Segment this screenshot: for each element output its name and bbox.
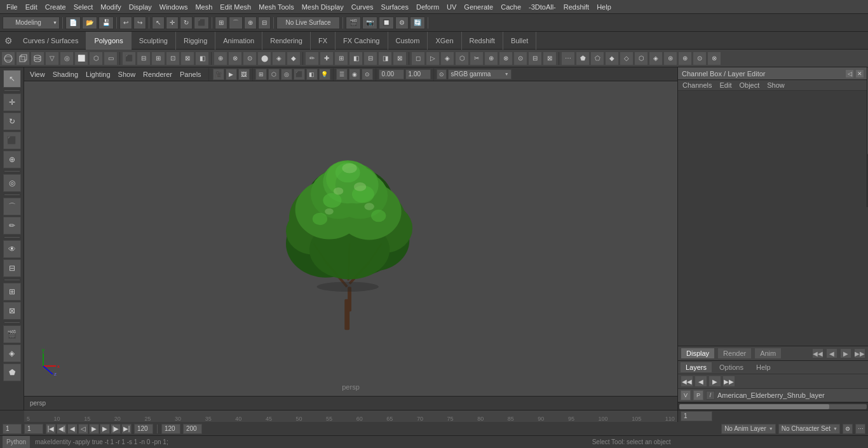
cb-edit-menu[interactable]: Edit [717,81,733,89]
subdivide-btn[interactable]: ⬛ [122,51,136,65]
collapse-btn[interactable]: ◇ [620,51,634,65]
rotate-tool-btn[interactable]: ↻ [180,17,193,29]
panels-menu[interactable]: Panels [177,69,205,79]
retopo-btn[interactable]: ⊙ [693,51,707,65]
undo-btn[interactable]: ↩ [119,17,132,29]
bridge-btn[interactable]: ◈ [272,51,286,65]
tab-curves-surfaces[interactable]: Curves / Surfaces [15,32,86,50]
tab-custom[interactable]: Custom [388,32,428,50]
pb-play-back-btn[interactable]: ◁ [78,424,88,434]
custom-tool-lt[interactable]: ⬟ [3,363,21,381]
bb-settings-btn[interactable]: ⚙ [843,424,853,434]
cone-btn[interactable]: ▽ [45,51,59,65]
move-tool-btn[interactable]: ✛ [166,17,179,29]
tab-rigging[interactable]: Rigging [176,32,215,50]
workspace-dropdown[interactable]: Modeling ▼ [3,17,60,29]
cb-show-menu[interactable]: Show [765,81,787,89]
color-space-dropdown[interactable]: sRGB gamma [448,69,512,79]
merge-btn[interactable]: ⊞ [334,51,348,65]
menu-display[interactable]: Display [125,2,156,12]
new-layer-options-btn[interactable]: ◀ [695,376,707,387]
plane-btn[interactable]: ⬜ [74,51,88,65]
vp-grid-btn[interactable]: ⊞ [255,69,267,80]
lighting-menu[interactable]: Lighting [83,69,114,79]
face-btn[interactable]: ◈ [440,51,454,65]
pb-next-frame-btn[interactable]: ▶ [100,424,110,434]
bb-field-1[interactable]: 1 [3,424,22,434]
show-hide-lt[interactable]: 👁 [3,240,21,258]
boolean-btn[interactable]: ⊙ [243,51,257,65]
bend-btn[interactable]: ⊠ [180,51,194,65]
menu-redshift[interactable]: Redshift [560,2,593,12]
pb-skip-start-btn[interactable]: |◀ [46,424,56,434]
cleanup-btn[interactable]: ⊗ [707,51,721,65]
options-tab[interactable]: Options [714,362,749,372]
menu-uv[interactable]: UV [443,2,460,12]
tab-redshift[interactable]: Redshift [462,32,503,50]
vp-img-plane-btn[interactable]: 🖼 [238,69,250,80]
paint-btn[interactable]: ⬠ [590,51,604,65]
pb-skip-end-btn[interactable]: ▶| [121,424,132,434]
prev-frame-btn[interactable]: ◀ [826,348,837,358]
menu-file[interactable]: File [3,2,22,12]
next-frame-btn[interactable]: ▶ [840,348,851,358]
hypershade-btn[interactable]: 🔲 [379,17,394,29]
tab-fx[interactable]: FX [311,32,336,50]
platonic-btn[interactable]: ⬡ [89,51,103,65]
viewport-canvas[interactable]: persp x y z [24,81,677,396]
menu-curves[interactable]: Curves [348,2,377,12]
scale-tool-btn[interactable]: ⬛ [194,17,209,29]
vp-solid-btn[interactable]: ⬛ [294,69,305,80]
ipr-btn[interactable]: 📷 [362,17,377,29]
vp-isolate-btn[interactable]: ⊙ [362,69,373,80]
menu-create[interactable]: Create [41,2,70,12]
scroll-track[interactable] [679,404,867,409]
menu-edit[interactable]: Edit [22,2,41,12]
redo-btn[interactable]: ↪ [133,17,146,29]
snap-surface-btn[interactable]: ⊟ [258,17,271,29]
vp-texture-btn[interactable]: ◧ [306,69,318,80]
menu-cache[interactable]: Cache [497,2,525,12]
smooth2-btn[interactable]: ⊛ [663,51,677,65]
scroll-thumb[interactable] [679,404,829,409]
no-anim-layer-dropdown[interactable]: No Anim Layer [721,424,776,434]
menu-deform[interactable]: Deform [412,2,443,12]
render-settings-btn[interactable]: ⚙ [395,17,409,29]
bb-field-3[interactable]: 120 [134,424,153,434]
menu-select[interactable]: Select [70,2,97,12]
mirror-btn[interactable]: ⊟ [137,51,151,65]
relax-btn[interactable]: ◈ [649,51,663,65]
select-tool-btn[interactable]: ↖ [152,17,165,29]
universal-tool-lt[interactable]: ⊕ [3,151,21,168]
render-lt[interactable]: 🎬 [3,325,21,343]
multi-cut-btn[interactable]: ✂ [470,51,484,65]
menu-modify[interactable]: Modify [97,2,125,12]
target-weld-btn[interactable]: ⊙ [513,51,527,65]
pb-play-fwd-btn[interactable]: ▶ [89,424,99,434]
help-tab[interactable]: Help [751,362,776,372]
pb-prev-frame-btn[interactable]: ◀ [67,424,78,434]
tab-fx-caching[interactable]: FX Caching [336,32,388,50]
current-frame-display[interactable]: 1 [681,411,712,421]
align-tool-lt[interactable]: ⊠ [3,302,21,320]
torus-btn[interactable]: ◎ [60,51,74,65]
layers-tab[interactable]: Layers [681,362,712,372]
vp-xray-btn[interactable]: ☰ [336,69,348,80]
cb-tab-anim[interactable]: Anim [754,348,782,359]
bb-field-2[interactable]: 1 [24,424,43,434]
new-file-btn[interactable]: 📄 [65,17,81,29]
vp-smooth-btn[interactable]: ◎ [281,69,292,80]
renderer-menu[interactable]: Renderer [140,69,175,79]
sculpt-btn[interactable]: ⬟ [576,51,590,65]
pb-next-key-btn[interactable]: |▶ [111,424,121,434]
no-live-surface-btn[interactable]: No Live Surface [276,17,340,29]
render-btn[interactable]: 🎬 [346,17,361,29]
next-key-btn[interactable]: ▶▶ [854,348,865,358]
paint-select-lt[interactable]: ✏ [3,217,21,234]
menu-3dtall[interactable]: -3DtoAll- [525,2,560,12]
split-btn[interactable]: ⊠ [393,51,407,65]
quick-sel-lt[interactable]: ◈ [3,344,21,362]
cb-tab-display[interactable]: Display [681,348,715,359]
pb-prev-key-btn[interactable]: ◀| [57,424,67,434]
cb-tab-render[interactable]: Render [717,348,752,359]
